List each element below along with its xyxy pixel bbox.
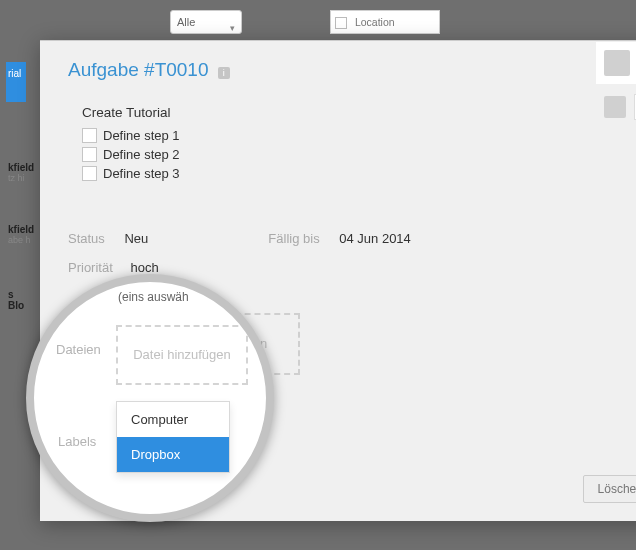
filter-dropdown[interactable]: Alle ▾ — [170, 10, 242, 34]
upload-menu: Computer Dropbox — [116, 401, 230, 473]
status-value: Neu — [124, 231, 148, 246]
title-text: Aufgabe #T0010 — [68, 59, 209, 80]
button-label: Löschen — [598, 482, 636, 496]
labels-label: Labels — [58, 434, 96, 449]
select-hint: (eins auswäh — [118, 290, 189, 304]
menu-item-dropbox[interactable]: Dropbox — [117, 437, 229, 472]
activity-panel: Christop vor 6 Mo Schreibe — [596, 42, 636, 120]
checkbox-icon[interactable] — [82, 128, 97, 143]
checkbox-icon — [335, 17, 347, 29]
location-toggle[interactable]: Location — [330, 10, 440, 34]
sidebar-item-sub: tz hi — [8, 173, 32, 183]
subtask-row[interactable]: Define step 3 — [82, 164, 636, 183]
sidebar-item-label: rial — [8, 68, 21, 79]
avatar — [604, 50, 630, 76]
task-name: Create Tutorial — [82, 105, 636, 120]
sidebar-item-sub: abe h — [8, 235, 32, 245]
sidebar-item[interactable]: s Blo — [6, 285, 34, 315]
subtask-row[interactable]: Define step 2 — [82, 145, 636, 164]
task-description: Create Tutorial Define step 1 Define ste… — [68, 95, 636, 211]
menu-item-computer[interactable]: Computer — [117, 402, 229, 437]
status-field: Status Neu — [68, 231, 148, 246]
subtask-label: Define step 2 — [103, 147, 180, 162]
menu-item-label: Dropbox — [131, 447, 180, 462]
location-label: Location — [355, 16, 395, 28]
sidebar-item-label: kfield — [8, 224, 34, 235]
avatar — [604, 96, 626, 118]
sidebar-item[interactable]: kfield tz hi — [6, 158, 34, 187]
priority-label: Priorität — [68, 260, 113, 275]
status-label: Status — [68, 231, 105, 246]
due-field: Fällig bis 04 Jun 2014 — [268, 231, 411, 246]
sidebar-item-label: kfield — [8, 162, 34, 173]
priority-field: Priorität hoch — [68, 260, 636, 275]
chevron-down-icon: ▾ — [230, 17, 235, 39]
subtask-row[interactable]: Define step 1 — [82, 126, 636, 145]
delete-button[interactable]: Löschen — [583, 475, 636, 503]
menu-item-label: Computer — [131, 412, 188, 427]
info-icon[interactable]: i — [218, 67, 230, 79]
due-value: 04 Jun 2014 — [339, 231, 411, 246]
subtask-label: Define step 1 — [103, 128, 180, 143]
file-dropzone[interactable]: Datei hinzufügen — [116, 325, 248, 385]
files-label: Dateien — [56, 342, 101, 357]
task-title: Aufgabe #T0010 i — [68, 59, 636, 81]
subtask-label: Define step 3 — [103, 166, 180, 181]
filter-label: Alle — [177, 16, 195, 28]
priority-value: hoch — [130, 260, 158, 275]
sidebar-item[interactable]: kfield abe h — [6, 220, 34, 249]
checkbox-icon[interactable] — [82, 147, 97, 162]
sidebar-item-active[interactable]: rial — [6, 62, 26, 102]
magnifier: (eins auswäh Dateien Datei hinzufügen La… — [26, 274, 274, 522]
sidebar-item-label: s Blo — [8, 289, 24, 311]
checkbox-icon[interactable] — [82, 166, 97, 181]
dropzone-text: Datei hinzufügen — [133, 347, 231, 362]
due-label: Fällig bis — [268, 231, 319, 246]
user-row[interactable]: Christop vor 6 Mo — [596, 42, 636, 84]
